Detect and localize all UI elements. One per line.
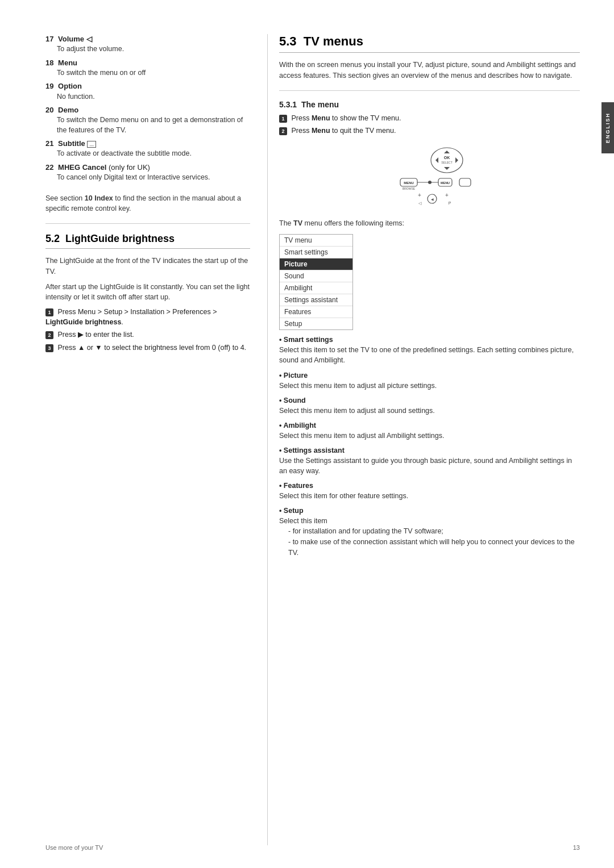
bullet-features: • Features Select this item for other fe… — [279, 482, 580, 501]
svg-marker-4 — [455, 157, 458, 163]
tv-menu-table: TV menu Smart settings Picture Sound Amb… — [279, 234, 353, 330]
menu-row-settings-assistant: Settings assistant — [280, 294, 352, 306]
tv-offers-text: The TV menu offers the following items: — [279, 218, 580, 229]
item-20: 20 Demo To switch the Demo menu on and t… — [45, 105, 250, 135]
item-22: 22 MHEG Cancel (only for UK) To cancel o… — [45, 162, 250, 183]
bullet-smart-settings: • Smart settings Select this item to set… — [279, 336, 580, 365]
bullet-ambilight: • Ambilight Select this menu item to adj… — [279, 422, 580, 441]
svg-text:+: + — [418, 192, 421, 198]
side-tab-label: ENGLISH — [605, 112, 611, 143]
svg-text:MENU: MENU — [440, 181, 449, 185]
main-content: 17 Volume ◁ To adjust the volume. 18 Men… — [0, 0, 614, 868]
bullet-settings-assistant: • Settings assistant Use the Settings as… — [279, 446, 580, 476]
section-52-title: 5.2 LightGuide brightness — [45, 233, 250, 249]
remote-svg: OK SELECT MENU BROWSE MENU — [373, 143, 487, 211]
section-53-title: 5.3 TV menus — [279, 34, 580, 53]
svg-text:◀: ◀ — [430, 198, 433, 201]
step-52-3: 3 Press ▲ or ▼ to select the brightness … — [45, 343, 250, 353]
menu-row-smart: Smart settings — [280, 247, 352, 258]
menu-row-ambilight: Ambilight — [280, 282, 352, 294]
section-52-intro: The LightGuide at the front of the TV in… — [45, 256, 250, 277]
footer-left: Use more of your TV — [45, 844, 103, 851]
divider-2 — [279, 90, 580, 91]
side-tab: ENGLISH — [601, 102, 614, 153]
menu-row-setup: Setup — [280, 318, 352, 329]
remote-diagram: OK SELECT MENU BROWSE MENU — [373, 143, 487, 211]
footer: Use more of your TV 13 — [45, 844, 580, 851]
left-column: 17 Volume ◁ To adjust the volume. 18 Men… — [45, 34, 267, 845]
svg-text:BROWSE: BROWSE — [402, 187, 415, 190]
step-531-2: 2 Press Menu to quit the TV menu. — [279, 126, 580, 136]
svg-marker-5 — [444, 151, 450, 153]
menu-row-picture: Picture — [280, 258, 352, 270]
divider-1 — [45, 223, 250, 224]
section-53-intro: With the on screen menus you install you… — [279, 60, 580, 81]
menu-row-tv: TV menu — [280, 235, 352, 247]
step-52-2: 2 Press ▶ to enter the list. — [45, 330, 250, 340]
svg-text:OK: OK — [443, 156, 450, 160]
section-531-title: 5.3.1 The menu — [279, 100, 580, 109]
svg-marker-3 — [435, 157, 438, 163]
bullet-sound: • Sound Select this menu item to adjust … — [279, 397, 580, 416]
right-column: 5.3 TV menus With the on screen menus yo… — [267, 34, 580, 845]
svg-text:MENU: MENU — [404, 181, 414, 185]
bullet-picture: • Picture Select this menu item to adjus… — [279, 372, 580, 391]
item-17: 17 Volume ◁ To adjust the volume. — [45, 34, 250, 55]
svg-text:P: P — [448, 201, 451, 205]
item-18: 18 Menu To switch the menu on or off — [45, 58, 250, 78]
bullet-setup: • Setup Select this item - for installat… — [279, 507, 580, 558]
bullet-items: • Smart settings Select this item to set… — [279, 336, 580, 558]
menu-row-features: Features — [280, 306, 352, 318]
item-19: 19 Option No function. — [45, 81, 250, 102]
item-21: 21 Subtitle ... To activate or deactivat… — [45, 139, 250, 159]
svg-text:SELECT: SELECT — [441, 161, 452, 164]
page-container: ENGLISH 17 Volume ◁ To adjust the volume… — [0, 0, 614, 868]
section-52-detail: After start up the LightGuide is lit con… — [45, 282, 250, 303]
svg-rect-13 — [459, 178, 471, 186]
menu-row-sound: Sound — [280, 270, 352, 282]
svg-text:+: + — [445, 192, 449, 198]
svg-text:◁: ◁ — [418, 201, 421, 205]
see-also-text: See section 10 Index to find the section… — [45, 193, 250, 215]
svg-marker-6 — [444, 167, 450, 170]
footer-right: 13 — [573, 844, 580, 851]
step-531-1: 1 Press Menu to show the TV menu. — [279, 114, 580, 124]
step-52-1: 1 Press Menu > Setup > Installation > Pr… — [45, 307, 250, 327]
